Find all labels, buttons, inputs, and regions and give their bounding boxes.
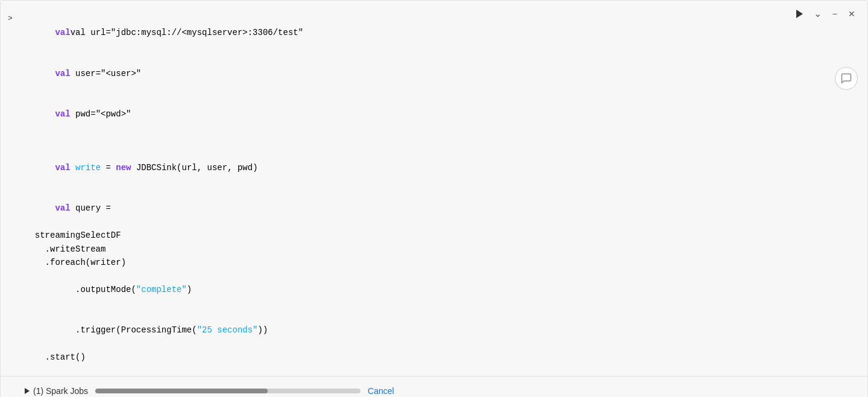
code-line-4 [25, 135, 855, 148]
code-text-2: user="<user>" [71, 69, 142, 78]
spark-jobs-toggle[interactable]: (1) Spark Jobs [25, 386, 88, 396]
minus-icon: − [832, 9, 837, 19]
minimize-button[interactable]: − [830, 8, 840, 20]
code-line-7: streamingSelectDF [25, 229, 855, 242]
chevron-button[interactable]: ⌄ [811, 7, 824, 21]
cell-toolbar: ⌄ − ✕ [794, 7, 858, 21]
code-line-6: val query = [25, 188, 855, 229]
expand-icon [25, 388, 30, 394]
str-complete: "complete" [136, 285, 187, 294]
close-icon: ✕ [848, 9, 855, 19]
play-icon [796, 10, 803, 18]
spark-jobs-label: (1) Spark Jobs [33, 386, 88, 396]
notebook-cell: ⌄ − ✕ > valval url="jdbc:mysql://<mysqls… [0, 0, 868, 397]
progress-bar [95, 389, 360, 393]
chevron-down-icon: ⌄ [814, 8, 822, 19]
code-jdbcsink: JDBCSink(url, user, pwd) [131, 163, 258, 173]
run-indicator: > [8, 13, 13, 25]
keyword-val-3: val [55, 109, 70, 119]
code-outputmode-pre: .outputMode( [55, 285, 136, 294]
code-line-2: val user="<user>" [25, 53, 855, 94]
code-area[interactable]: > valval url="jdbc:mysql://<mysqlserver>… [1, 1, 867, 376]
keyword-val: val [55, 28, 70, 37]
code-trigger-post: )) [258, 325, 268, 335]
code-line-11: .trigger(ProcessingTime("25 seconds")) [25, 310, 855, 351]
code-line-8: .writeStream [25, 243, 855, 256]
code-line-10: .outputMode("complete") [25, 269, 855, 310]
close-button[interactable]: ✕ [846, 8, 858, 20]
code-text-3: pwd="<pwd>" [71, 109, 131, 119]
code-eq: = [101, 163, 116, 173]
spark-jobs-row: (1) Spark Jobs Cancel [25, 386, 855, 396]
str-25seconds: "25 seconds" [197, 325, 258, 335]
code-line-1: valval url="jdbc:mysql://<mysqlserver>:3… [25, 13, 855, 53]
cancel-button[interactable]: Cancel [368, 386, 394, 396]
keyword-val-2: val [55, 69, 70, 78]
comment-button[interactable] [835, 67, 858, 90]
comment-icon [840, 72, 852, 84]
code-trigger-pre: .trigger(ProcessingTime( [55, 325, 197, 335]
run-button[interactable] [794, 8, 805, 19]
code-line-5: val write = new JDBCSink(url, user, pwd) [25, 148, 855, 188]
code-query: query = [71, 203, 111, 213]
code-line-12: .start() [25, 351, 855, 364]
var-write: write [71, 163, 101, 173]
code-line-9: .foreach(writer) [25, 256, 855, 269]
code-text-1: val url="jdbc:mysql://<mysqlserver>:3306… [71, 28, 303, 37]
keyword-val-5: val [55, 203, 70, 213]
keyword-val-4: val [55, 163, 70, 173]
progress-bar-fill [95, 389, 268, 393]
code-outputmode-post: ) [187, 285, 192, 294]
output-area: (1) Spark Jobs Cancel ab767f84-e67e-48e5… [1, 376, 867, 397]
keyword-new: new [116, 163, 131, 173]
code-line-3: val pwd="<pwd>" [25, 94, 855, 134]
